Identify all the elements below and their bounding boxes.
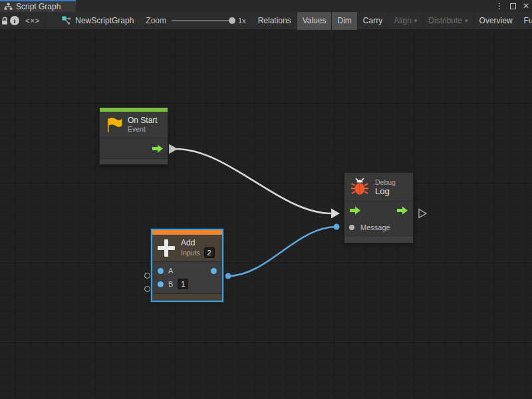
message-input-port[interactable] — [349, 225, 354, 230]
zoom-value: 1x — [238, 17, 246, 25]
graph-canvas[interactable]: On Start Event — [0, 30, 532, 399]
graph-toolbar: i <×> NewScriptGraph Zoom 1x Relations — [0, 12, 532, 30]
node-footer — [344, 236, 413, 243]
zoom-slider[interactable] — [172, 20, 233, 21]
result-output-port[interactable] — [211, 268, 217, 274]
math-color-bar — [152, 230, 222, 235]
relations-button[interactable]: Relations — [253, 12, 297, 30]
add-port-row-b: B 1 — [152, 277, 222, 291]
wire-source-arrow — [169, 144, 178, 154]
port-b-value-field[interactable]: 1 — [178, 279, 188, 289]
port-a-input[interactable] — [158, 268, 164, 274]
chevron-down-icon: ▾ — [414, 17, 418, 24]
trigger-output-port-icon[interactable] — [396, 206, 408, 215]
visual-scripting-window: Script Graph ⋮ ✕ i <×> — [0, 0, 532, 399]
script-graph-tab-icon — [4, 3, 13, 11]
graph-asset-icon — [62, 16, 71, 25]
on-start-port-row — [100, 138, 168, 158]
message-port-label: Message — [360, 223, 390, 231]
log-unconnected-output-triangle — [419, 209, 426, 218]
info-icon: i — [10, 16, 19, 25]
node-title: Add — [181, 238, 215, 247]
tab-title: Script Graph — [16, 2, 61, 11]
add-unconnected-port-b[interactable] — [144, 286, 150, 292]
node-title: Log — [375, 187, 396, 196]
wire-add-to-message — [228, 227, 336, 276]
wire-blue-start-cap — [225, 273, 231, 279]
values-button[interactable]: Values — [297, 12, 332, 30]
on-start-header: On Start Event — [100, 112, 168, 138]
log-trigger-port-row — [344, 201, 413, 219]
port-b-label: B — [168, 280, 173, 288]
trigger-output-port-icon[interactable] — [152, 144, 164, 153]
connection-wires — [0, 30, 532, 399]
node-category: Debug — [375, 178, 396, 187]
flag-icon — [105, 116, 122, 134]
distribute-dropdown[interactable]: Distribute ▾ — [423, 12, 473, 30]
zoom-label: Zoom — [146, 16, 166, 25]
code-view-button[interactable]: <×> — [20, 12, 46, 30]
lock-icon — [0, 16, 9, 26]
info-button[interactable]: i — [10, 12, 20, 30]
trigger-input-port-icon[interactable] — [349, 206, 361, 215]
align-dropdown[interactable]: Align ▾ — [388, 12, 423, 30]
tab-script-graph[interactable]: Script Graph — [0, 0, 76, 12]
tab-bar: Script Graph ⋮ ✕ — [0, 0, 532, 12]
add-unconnected-port-a[interactable] — [144, 273, 150, 279]
node-title: On Start — [128, 116, 158, 125]
node-on-start[interactable]: On Start Event — [99, 107, 168, 165]
zoom-slider-handle[interactable] — [229, 17, 235, 24]
inputs-count-field[interactable]: 2 — [204, 247, 215, 258]
window-close-icon[interactable]: ✕ — [523, 0, 529, 12]
graph-asset-selector[interactable]: NewScriptGraph — [55, 16, 140, 25]
graph-asset-name: NewScriptGraph — [75, 16, 134, 25]
code-icon: <×> — [25, 17, 40, 25]
port-a-label: A — [168, 267, 173, 275]
inputs-label: Inputs — [181, 249, 200, 257]
dim-button[interactable]: Dim — [332, 12, 357, 30]
node-subtitle: Event — [128, 125, 158, 134]
bug-icon — [350, 178, 370, 196]
fullscreen-button[interactable]: Full S — [519, 12, 532, 30]
node-footer — [152, 293, 222, 301]
overview-button[interactable]: Overview — [474, 12, 519, 30]
port-b-input[interactable] — [158, 281, 164, 287]
add-header: Add Inputs 2 — [152, 235, 222, 261]
debug-log-header: Debug Log — [344, 173, 413, 201]
chevron-down-icon: ▾ — [465, 17, 468, 24]
wire-onstart-to-log — [176, 149, 332, 213]
wire-end-arrow — [331, 209, 340, 219]
lock-button[interactable] — [0, 12, 10, 30]
toolbar-buttons: Relations Values Dim Carry Align ▾ Distr… — [253, 12, 532, 30]
node-debug-log[interactable]: Debug Log Message — [344, 172, 414, 243]
log-message-port-row: Message — [344, 219, 413, 235]
plus-icon — [158, 239, 175, 257]
node-footer — [100, 159, 168, 164]
zoom-control: Zoom 1x — [140, 16, 251, 25]
add-port-row-a: A — [152, 264, 222, 277]
carry-button[interactable]: Carry — [358, 12, 388, 30]
window-controls: ⋮ ✕ — [495, 0, 529, 12]
window-maximize-icon[interactable] — [510, 3, 516, 9]
window-menu-icon[interactable]: ⋮ — [495, 0, 503, 12]
node-add[interactable]: Add Inputs 2 A B 1 — [151, 229, 223, 302]
wire-blue-end-cap — [334, 224, 340, 230]
